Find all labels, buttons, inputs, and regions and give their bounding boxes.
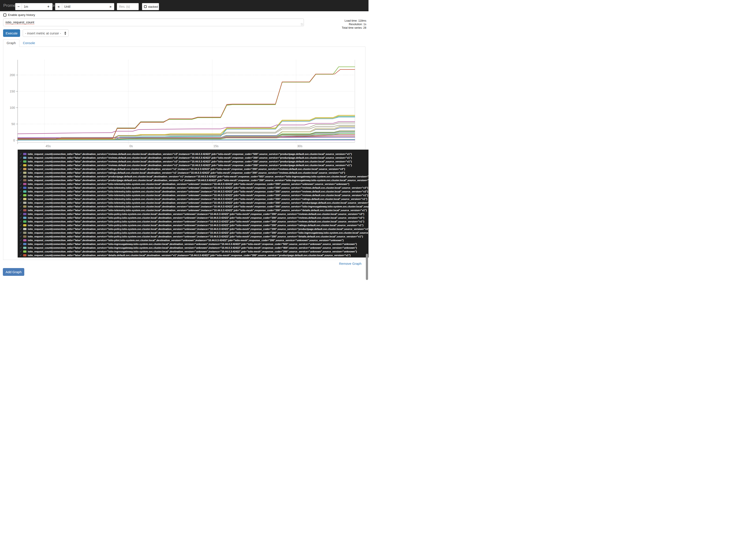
series-label: istio_request_count{connection_mtls="fal… [28, 175, 368, 178]
legend-item[interactable]: ✓istio_request_count{connection_mtls="fa… [20, 160, 368, 163]
y-tick-label: 200 [10, 73, 15, 77]
series-line-27[interactable] [18, 67, 355, 139]
legend-item[interactable]: ✓istio_request_count{connection_mtls="fa… [20, 238, 368, 242]
series-visible-check-icon[interactable]: ✓ [20, 163, 23, 167]
series-color-swatch [23, 187, 26, 189]
legend-item[interactable]: ✓istio_request_count{connection_mtls="fa… [20, 231, 368, 235]
x-tick-label: 0s [130, 144, 133, 148]
y-tick-label: 100 [10, 106, 15, 109]
x-tick-label: 15s [213, 144, 218, 148]
series-visible-check-icon[interactable]: ✓ [20, 186, 23, 189]
series-color-swatch [23, 205, 26, 208]
series-visible-check-icon[interactable]: ✓ [20, 224, 23, 227]
legend-item[interactable]: ✓istio_request_count{connection_mtls="fa… [20, 197, 368, 201]
series-visible-check-icon[interactable]: ✓ [20, 201, 23, 204]
legend-item[interactable]: ✓istio_request_count{connection_mtls="fa… [20, 223, 368, 227]
series-visible-check-icon[interactable]: ✓ [20, 171, 23, 174]
series-visible-check-icon[interactable]: ✓ [20, 209, 23, 212]
series-label: istio_request_count{connection_mtls="fal… [28, 220, 364, 223]
timeseries-chart[interactable]: 05010015020045s0s15s30s [0, 0, 368, 150]
legend-item[interactable]: ✓istio_request_count{connection_mtls="fa… [20, 167, 368, 171]
series-color-swatch [23, 232, 26, 234]
series-label: istio_request_count{connection_mtls="fal… [28, 198, 368, 200]
series-visible-check-icon[interactable]: ✓ [20, 212, 23, 216]
legend-item[interactable]: ✓istio_request_count{connection_mtls="fa… [20, 246, 368, 250]
legend-item[interactable]: ✓istio_request_count{connection_mtls="fa… [20, 156, 368, 160]
legend-item[interactable]: ✓istio_request_count{connection_mtls="fa… [20, 171, 368, 175]
legend-item[interactable]: ✓istio_request_count{connection_mtls="fa… [20, 208, 368, 212]
series-label: istio_request_count{connection_mtls="fal… [28, 179, 368, 182]
legend-item[interactable]: ✓istio_request_count{connection_mtls="fa… [20, 242, 368, 246]
legend-item[interactable]: ✓istio_request_count{connection_mtls="fa… [20, 201, 368, 205]
series-visible-check-icon[interactable]: ✓ [20, 216, 23, 219]
series-label: istio_request_count{connection_mtls="fal… [28, 160, 352, 163]
series-line-28[interactable] [18, 70, 355, 139]
series-label: istio_request_count{connection_mtls="fal… [28, 239, 344, 242]
series-visible-check-icon[interactable]: ✓ [20, 156, 23, 159]
series-visible-check-icon[interactable]: ✓ [20, 197, 23, 201]
series-color-swatch [23, 190, 26, 193]
series-visible-check-icon[interactable]: ✓ [20, 194, 23, 197]
legend-item[interactable]: ✓istio_request_count{connection_mtls="fa… [20, 235, 368, 238]
legend-item[interactable]: ✓istio_request_count{connection_mtls="fa… [20, 212, 368, 216]
legend-item[interactable]: ✓istio_request_count{connection_mtls="fa… [20, 193, 368, 197]
series-label: istio_request_count{connection_mtls="fal… [28, 246, 357, 249]
series-visible-check-icon[interactable]: ✓ [20, 160, 23, 163]
series-color-swatch [23, 164, 26, 166]
series-label: istio_request_count{connection_mtls="fal… [28, 164, 352, 167]
series-label: istio_request_count{connection_mtls="fal… [28, 254, 351, 257]
series-visible-check-icon[interactable]: ✓ [20, 175, 23, 178]
series-visible-check-icon[interactable]: ✓ [20, 239, 23, 242]
legend-item[interactable]: ✓istio_request_count{connection_mtls="fa… [20, 253, 368, 257]
series-label: istio_request_count{connection_mtls="fal… [28, 168, 345, 170]
series-label: istio_request_count{connection_mtls="fal… [28, 224, 364, 227]
legend-item[interactable]: ✓istio_request_count{connection_mtls="fa… [20, 227, 368, 231]
series-label: istio_request_count{connection_mtls="fal… [28, 235, 363, 238]
series-label: istio_request_count{connection_mtls="fal… [28, 213, 364, 215]
series-visible-check-icon[interactable]: ✓ [20, 242, 23, 246]
series-visible-check-icon[interactable]: ✓ [20, 152, 23, 156]
legend-item[interactable]: ✓istio_request_count{connection_mtls="fa… [20, 186, 368, 190]
legend-item[interactable]: ✓istio_request_count{connection_mtls="fa… [20, 178, 368, 182]
series-color-swatch [23, 220, 26, 223]
vertical-scrollbar-thumb[interactable] [366, 254, 368, 280]
series-color-swatch [23, 202, 26, 204]
legend-item[interactable]: ✓istio_request_count{connection_mtls="fa… [20, 220, 368, 223]
series-color-swatch [23, 235, 26, 238]
legend-item[interactable]: ✓istio_request_count{connection_mtls="fa… [20, 216, 368, 220]
series-visible-check-icon[interactable]: ✓ [20, 167, 23, 171]
series-legend: ✓istio_request_count{connection_mtls="fa… [18, 150, 368, 257]
add-graph-button[interactable]: Add Graph [3, 268, 24, 276]
series-color-swatch [23, 157, 26, 159]
legend-item[interactable]: ✓istio_request_count{connection_mtls="fa… [20, 190, 368, 193]
series-visible-check-icon[interactable]: ✓ [20, 235, 23, 238]
series-visible-check-icon[interactable]: ✓ [20, 254, 23, 257]
legend-item[interactable]: ✓istio_request_count{connection_mtls="fa… [20, 182, 368, 186]
series-visible-check-icon[interactable]: ✓ [20, 179, 23, 182]
series-label: istio_request_count{connection_mtls="fal… [28, 243, 357, 245]
series-visible-check-icon[interactable]: ✓ [20, 190, 23, 193]
series-color-swatch [23, 228, 26, 230]
series-label: istio_request_count{connection_mtls="fal… [28, 250, 357, 253]
series-line-8[interactable] [18, 67, 355, 139]
legend-item[interactable]: ✓istio_request_count{connection_mtls="fa… [20, 250, 368, 253]
series-visible-check-icon[interactable]: ✓ [20, 205, 23, 208]
legend-item[interactable]: ✓istio_request_count{connection_mtls="fa… [20, 205, 368, 208]
legend-item[interactable]: ✓istio_request_count{connection_mtls="fa… [20, 152, 368, 156]
x-tick-label: 30s [297, 144, 302, 148]
series-label: istio_request_count{connection_mtls="fal… [28, 209, 367, 212]
prometheus-app: { "navbar": { "brand": "Prometheus", "it… [0, 0, 368, 280]
series-visible-check-icon[interactable]: ✓ [20, 250, 23, 253]
remove-graph-link[interactable]: Remove Graph [339, 262, 362, 265]
series-visible-check-icon[interactable]: ✓ [20, 220, 23, 223]
series-visible-check-icon[interactable]: ✓ [20, 231, 23, 234]
legend-item[interactable]: ✓istio_request_count{connection_mtls="fa… [20, 163, 368, 167]
legend-item[interactable]: ✓istio_request_count{connection_mtls="fa… [20, 175, 368, 178]
series-visible-check-icon[interactable]: ✓ [20, 246, 23, 249]
series-color-swatch [23, 175, 26, 178]
series-color-swatch [23, 247, 26, 249]
series-color-swatch [23, 250, 26, 253]
series-visible-check-icon[interactable]: ✓ [20, 227, 23, 231]
series-visible-check-icon[interactable]: ✓ [20, 182, 23, 186]
series-color-swatch [23, 239, 26, 241]
